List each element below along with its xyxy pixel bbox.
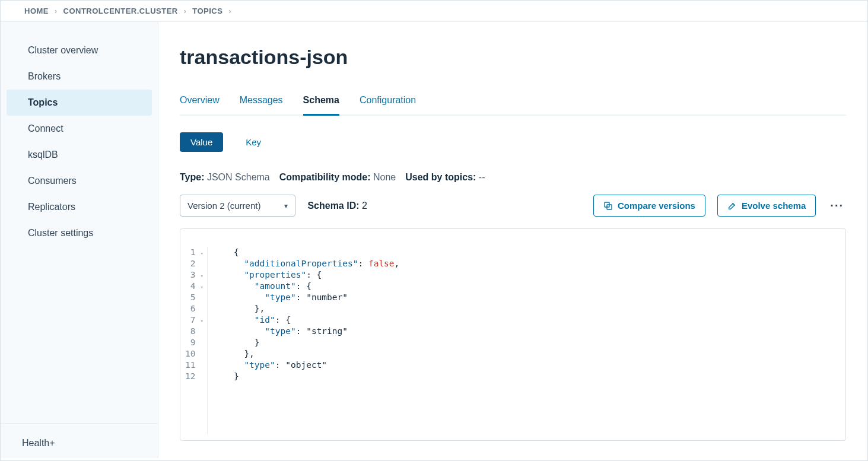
schema-code: 123456789101112 ▾▾▾▾ { "additionalProper… <box>180 228 846 441</box>
crumb-home[interactable]: HOME <box>24 7 49 15</box>
fold-gutter: ▾▾▾▾ <box>200 247 207 434</box>
main-content: transactions-json OverviewMessagesSchema… <box>158 22 867 458</box>
sidebar-item-connect[interactable]: Connect <box>7 116 152 142</box>
tab-messages[interactable]: Messages <box>240 95 283 116</box>
schema-id: Schema ID: 2 <box>307 201 367 211</box>
sidebar-item-cluster-settings[interactable]: Cluster settings <box>7 220 152 246</box>
compare-versions-button[interactable]: Compare versions <box>593 195 705 217</box>
edit-icon <box>727 201 737 211</box>
sidebar-item-replicators[interactable]: Replicators <box>7 194 152 220</box>
sidebar-item-cluster-overview[interactable]: Cluster overview <box>7 37 152 63</box>
chevron-down-icon: ▾ <box>284 202 288 210</box>
crumb-cluster[interactable]: CONTROLCENTER.CLUSTER <box>63 7 178 15</box>
meta-usedby-label: Used by topics: <box>405 172 476 182</box>
breadcrumb: HOME › CONTROLCENTER.CLUSTER › TOPICS › <box>1 1 867 22</box>
chevron-right-icon: › <box>55 7 58 15</box>
meta-compat-value: None <box>373 172 396 182</box>
tab-schema[interactable]: Schema <box>303 95 339 116</box>
meta-usedby-value: -- <box>479 172 485 182</box>
sidebar-item-brokers[interactable]: Brokers <box>7 63 152 90</box>
sidebar-item-consumers[interactable]: Consumers <box>7 168 152 194</box>
evolve-schema-button[interactable]: Evolve schema <box>717 195 816 217</box>
subtab-key[interactable]: Key <box>235 132 272 152</box>
tabs: OverviewMessagesSchemaConfiguration <box>180 95 846 116</box>
sidebar-item-topics[interactable]: Topics <box>7 90 152 116</box>
code-area[interactable]: { "additionalProperties": false, "proper… <box>207 247 399 434</box>
tab-overview[interactable]: Overview <box>180 95 220 116</box>
line-gutter: 123456789101112 <box>180 247 200 434</box>
version-selected: Version 2 (current) <box>187 201 260 211</box>
page-title: transactions-json <box>180 46 846 69</box>
version-dropdown[interactable]: Version 2 (current) ▾ <box>180 195 295 217</box>
compare-icon <box>603 201 613 211</box>
tab-configuration[interactable]: Configuration <box>360 95 416 116</box>
more-menu-icon[interactable]: ··· <box>828 199 846 212</box>
schema-subtabs: Value Key <box>180 132 846 152</box>
meta-compat-label: Compatibility mode: <box>279 172 371 182</box>
chevron-right-icon: › <box>184 7 187 15</box>
meta-type-label: Type: <box>180 172 204 182</box>
sidebar-divider <box>1 423 158 424</box>
sidebar: Cluster overviewBrokersTopicsConnectksql… <box>1 22 158 458</box>
meta-type-value: JSON Schema <box>207 172 270 182</box>
chevron-right-icon: › <box>228 7 231 15</box>
sidebar-item-ksqldb[interactable]: ksqlDB <box>7 142 152 168</box>
schema-meta: Type: JSON Schema Compatibility mode: No… <box>180 172 846 183</box>
subtab-value[interactable]: Value <box>180 132 223 152</box>
sidebar-item-health[interactable]: Health+ <box>1 428 158 458</box>
crumb-topics[interactable]: TOPICS <box>192 7 222 15</box>
